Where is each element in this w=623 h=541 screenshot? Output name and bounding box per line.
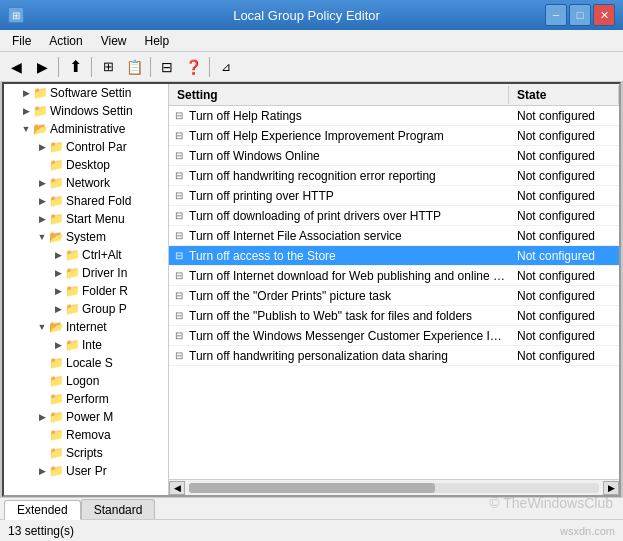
tree-label: Control Par — [66, 140, 168, 154]
tab-standard[interactable]: Standard — [81, 499, 156, 519]
row-icon: ⊟ — [169, 210, 189, 221]
tree-label: Inte — [82, 338, 168, 352]
horizontal-scrollbar[interactable]: ◀ ▶ — [169, 479, 619, 495]
tree-item-desktop[interactable]: 📁 Desktop — [4, 156, 168, 174]
tree-arrow: ▶ — [52, 304, 64, 314]
list-row[interactable]: ⊟ Turn off handwriting recognition error… — [169, 166, 619, 186]
tree-item-administrative[interactable]: ▼ 📂 Administrative — [4, 120, 168, 138]
tree-item-system[interactable]: ▼ 📂 System — [4, 228, 168, 246]
row-setting: Turn off the Windows Messenger Customer … — [189, 329, 509, 343]
tree-item-internet[interactable]: ▼ 📂 Internet — [4, 318, 168, 336]
menu-bar: File Action View Help — [0, 30, 623, 52]
menu-help[interactable]: Help — [137, 32, 178, 50]
tree-arrow: ▼ — [36, 232, 48, 242]
row-state: Not configured — [509, 289, 619, 303]
row-setting: Turn off downloading of print drivers ov… — [189, 209, 509, 223]
help-button[interactable]: ❓ — [181, 55, 205, 79]
folder-icon: 📁 — [48, 409, 64, 425]
export-list-button[interactable]: 📋 — [122, 55, 146, 79]
list-row[interactable]: ⊟ Turn off Internet File Association ser… — [169, 226, 619, 246]
close-button[interactable]: ✕ — [593, 4, 615, 26]
tree-arrow — [36, 160, 48, 170]
row-icon: ⊟ — [169, 290, 189, 301]
row-setting: Turn off Help Ratings — [189, 109, 509, 123]
tree-item-software-settings[interactable]: ▶ 📁 Software Settin — [4, 84, 168, 102]
list-row[interactable]: ⊟ Turn off downloading of print drivers … — [169, 206, 619, 226]
row-setting: Turn off handwriting personalization dat… — [189, 349, 509, 363]
list-row[interactable]: ⊟ Turn off access to the Store Not confi… — [169, 246, 619, 266]
properties-button[interactable]: ⊟ — [155, 55, 179, 79]
scroll-left-button[interactable]: ◀ — [169, 481, 185, 495]
tree-item-control-panel[interactable]: ▶ 📁 Control Par — [4, 138, 168, 156]
tree-arrow: ▼ — [20, 124, 32, 134]
back-button[interactable]: ◀ — [4, 55, 28, 79]
tree-item-folder-r[interactable]: ▶ 📁 Folder R — [4, 282, 168, 300]
row-state: Not configured — [509, 189, 619, 203]
scroll-thumb[interactable] — [189, 483, 435, 493]
tree-label: Remova — [66, 428, 168, 442]
row-icon: ⊟ — [169, 350, 189, 361]
tree-arrow — [36, 358, 48, 368]
tree-label: Perform — [66, 392, 168, 406]
tree-item-locale-s[interactable]: 📁 Locale S — [4, 354, 168, 372]
tree-panel: ▶ 📁 Software Settin ▶ 📁 Windows Settin ▼… — [4, 84, 169, 495]
tree-item-network[interactable]: ▶ 📁 Network — [4, 174, 168, 192]
list-row[interactable]: ⊟ Turn off the "Publish to Web" task for… — [169, 306, 619, 326]
list-row[interactable]: ⊟ Turn off Internet download for Web pub… — [169, 266, 619, 286]
window-title: Local Group Policy Editor — [68, 8, 545, 23]
toolbar-separator-3 — [150, 57, 151, 77]
tab-bar: Extended Standard — [0, 497, 623, 519]
menu-file[interactable]: File — [4, 32, 39, 50]
tree-label: Network — [66, 176, 168, 190]
tree-item-shared-folders[interactable]: ▶ 📁 Shared Fold — [4, 192, 168, 210]
list-row[interactable]: ⊟ Turn off Help Experience Improvement P… — [169, 126, 619, 146]
tree-item-logon[interactable]: 📁 Logon — [4, 372, 168, 390]
menu-action[interactable]: Action — [41, 32, 90, 50]
tree-arrow — [36, 394, 48, 404]
forward-button[interactable]: ▶ — [30, 55, 54, 79]
row-icon: ⊟ — [169, 310, 189, 321]
folder-open-icon: 📂 — [48, 319, 64, 335]
tree-item-remova[interactable]: 📁 Remova — [4, 426, 168, 444]
tree-label: Desktop — [66, 158, 168, 172]
filter-button[interactable]: ⊿ — [214, 55, 238, 79]
maximize-button[interactable]: □ — [569, 4, 591, 26]
row-icon: ⊟ — [169, 150, 189, 161]
list-row[interactable]: ⊟ Turn off the Windows Messenger Custome… — [169, 326, 619, 346]
list-row[interactable]: ⊟ Turn off Windows Online Not configured — [169, 146, 619, 166]
scroll-right-button[interactable]: ▶ — [603, 481, 619, 495]
folder-icon: 📁 — [48, 373, 64, 389]
tree-item-driver-in[interactable]: ▶ 📁 Driver In — [4, 264, 168, 282]
window-controls: ─ □ ✕ — [545, 4, 615, 26]
tree-item-windows-settings[interactable]: ▶ 📁 Windows Settin — [4, 102, 168, 120]
scroll-track[interactable] — [189, 483, 599, 493]
title-bar: ⊞ Local Group Policy Editor ─ □ ✕ — [0, 0, 623, 30]
tree-item-start-menu[interactable]: ▶ 📁 Start Menu — [4, 210, 168, 228]
tree-item-power-m[interactable]: ▶ 📁 Power M — [4, 408, 168, 426]
folder-open-icon: 📂 — [48, 229, 64, 245]
tree-item-inte[interactable]: ▶ 📁 Inte — [4, 336, 168, 354]
tree-label: Logon — [66, 374, 168, 388]
list-row[interactable]: ⊟ Turn off Help Ratings Not configured — [169, 106, 619, 126]
app-icon: ⊞ — [8, 7, 24, 23]
tree-item-group-p[interactable]: ▶ 📁 Group P — [4, 300, 168, 318]
folder-icon: 📁 — [48, 427, 64, 443]
folder-icon: 📁 — [48, 391, 64, 407]
show-hide-console-tree-button[interactable]: ⊞ — [96, 55, 120, 79]
up-button[interactable]: ⬆ — [63, 55, 87, 79]
row-setting: Turn off Internet download for Web publi… — [189, 269, 509, 283]
folder-icon: 📁 — [48, 157, 64, 173]
list-row[interactable]: ⊟ Turn off the "Order Prints" picture ta… — [169, 286, 619, 306]
list-row[interactable]: ⊟ Turn off handwriting personalization d… — [169, 346, 619, 366]
tab-extended[interactable]: Extended — [4, 500, 81, 520]
tree-item-ctrl-alt[interactable]: ▶ 📁 Ctrl+Alt — [4, 246, 168, 264]
tree-item-perform[interactable]: 📁 Perform — [4, 390, 168, 408]
row-state: Not configured — [509, 249, 619, 263]
list-row[interactable]: ⊟ Turn off printing over HTTP Not config… — [169, 186, 619, 206]
tree-arrow: ▶ — [36, 142, 48, 152]
minimize-button[interactable]: ─ — [545, 4, 567, 26]
tree-item-user-pro[interactable]: ▶ 📁 User Pr — [4, 462, 168, 480]
menu-view[interactable]: View — [93, 32, 135, 50]
tree-item-scripts[interactable]: 📁 Scripts — [4, 444, 168, 462]
folder-icon: 📁 — [48, 175, 64, 191]
